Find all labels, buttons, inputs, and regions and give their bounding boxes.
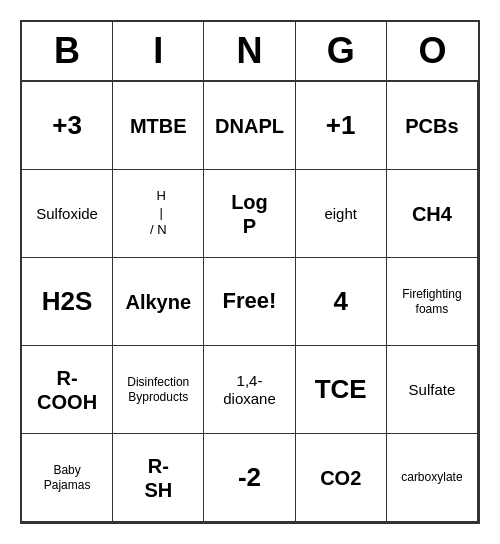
cell-12-free[interactable]: Free! <box>204 258 295 346</box>
cell-19[interactable]: Sulfate <box>387 346 478 434</box>
cell-10[interactable]: H2S <box>22 258 113 346</box>
header-n: N <box>204 22 295 80</box>
cell-17[interactable]: 1,4-dioxane <box>204 346 295 434</box>
cell-1[interactable]: MTBE <box>113 82 204 170</box>
header-o: O <box>387 22 478 80</box>
cell-21[interactable]: R-SH <box>113 434 204 522</box>
cell-3[interactable]: +1 <box>296 82 387 170</box>
header-b: B <box>22 22 113 80</box>
cell-15[interactable]: R-COOH <box>22 346 113 434</box>
header-g: G <box>296 22 387 80</box>
cell-18[interactable]: TCE <box>296 346 387 434</box>
amine-display: H | / N <box>150 188 167 239</box>
bingo-header: B I N G O <box>22 22 478 82</box>
cell-8[interactable]: eight <box>296 170 387 258</box>
cell-9[interactable]: CH4 <box>387 170 478 258</box>
cell-24[interactable]: carboxylate <box>387 434 478 522</box>
header-i: I <box>113 22 204 80</box>
bingo-grid: +3 MTBE DNAPL +1 PCBs Sulfoxide H | / N … <box>22 82 478 522</box>
cell-4[interactable]: PCBs <box>387 82 478 170</box>
cell-16[interactable]: DisinfectionByproducts <box>113 346 204 434</box>
cell-7[interactable]: LogP <box>204 170 295 258</box>
cell-0[interactable]: +3 <box>22 82 113 170</box>
cell-23[interactable]: CO2 <box>296 434 387 522</box>
bingo-card: B I N G O +3 MTBE DNAPL +1 PCBs Sulfoxid… <box>20 20 480 524</box>
cell-20[interactable]: BabyPajamas <box>22 434 113 522</box>
cell-11[interactable]: Alkyne <box>113 258 204 346</box>
cell-6[interactable]: H | / N <box>113 170 204 258</box>
cell-22[interactable]: -2 <box>204 434 295 522</box>
cell-13[interactable]: 4 <box>296 258 387 346</box>
cell-14[interactable]: Firefightingfoams <box>387 258 478 346</box>
cell-2[interactable]: DNAPL <box>204 82 295 170</box>
cell-5[interactable]: Sulfoxide <box>22 170 113 258</box>
